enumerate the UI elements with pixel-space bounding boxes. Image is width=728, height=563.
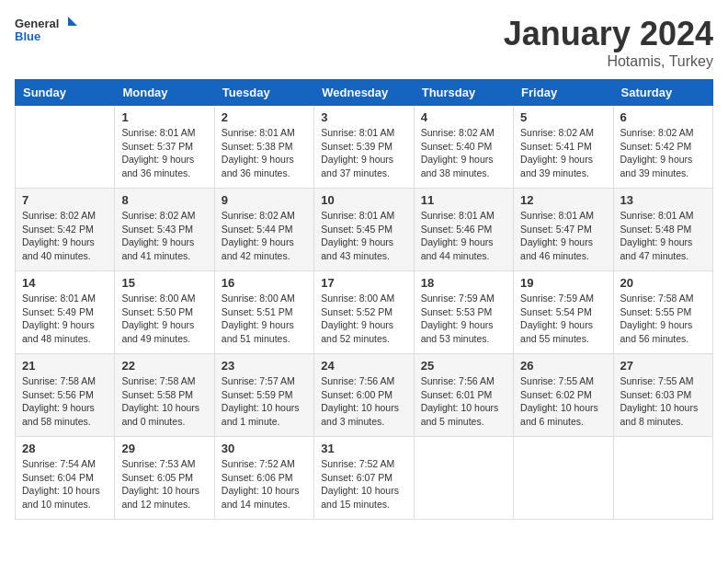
calendar-week-row: 14Sunrise: 8:01 AMSunset: 5:49 PMDayligh… [16, 271, 713, 354]
day-number: 18 [421, 276, 506, 290]
table-row: 21Sunrise: 7:58 AMSunset: 5:56 PMDayligh… [16, 354, 115, 437]
table-row: 7Sunrise: 8:02 AMSunset: 5:42 PMDaylight… [16, 189, 115, 271]
logo: General Blue [15, 15, 79, 47]
header-tuesday: Tuesday [214, 80, 313, 106]
day-info: Sunrise: 7:58 AMSunset: 5:55 PMDaylight:… [620, 292, 706, 346]
svg-marker-2 [68, 17, 77, 26]
title-area: January 2024 Hotamis, Turkey [504, 15, 713, 70]
day-number: 20 [620, 276, 706, 290]
day-number: 4 [421, 110, 506, 124]
day-number: 1 [121, 110, 207, 124]
day-info: Sunrise: 8:01 AMSunset: 5:48 PMDaylight:… [620, 209, 706, 263]
table-row: 31Sunrise: 7:52 AMSunset: 6:07 PMDayligh… [314, 437, 414, 520]
table-row: 27Sunrise: 7:55 AMSunset: 6:03 PMDayligh… [613, 354, 712, 437]
day-info: Sunrise: 7:58 AMSunset: 5:56 PMDaylight:… [22, 374, 108, 429]
svg-text:Blue: Blue [15, 29, 40, 43]
header-sunday: Sunday [16, 80, 115, 106]
day-info: Sunrise: 8:01 AMSunset: 5:47 PMDaylight:… [520, 209, 606, 263]
day-info: Sunrise: 8:01 AMSunset: 5:45 PMDaylight:… [321, 209, 406, 263]
header: General Blue January 2024 Hotamis, Turke… [15, 15, 713, 70]
table-row: 9Sunrise: 8:02 AMSunset: 5:44 PMDaylight… [214, 189, 313, 271]
table-row: 8Sunrise: 8:02 AMSunset: 5:43 PMDaylight… [115, 189, 214, 271]
calendar-week-row: 1Sunrise: 8:01 AMSunset: 5:37 PMDaylight… [16, 106, 713, 189]
day-info: Sunrise: 7:56 AMSunset: 6:00 PMDaylight:… [321, 374, 406, 429]
table-row: 23Sunrise: 7:57 AMSunset: 5:59 PMDayligh… [214, 354, 313, 437]
day-number: 3 [321, 110, 406, 124]
svg-text:General: General [15, 17, 59, 30]
day-info: Sunrise: 8:02 AMSunset: 5:42 PMDaylight:… [620, 126, 706, 180]
main-title: January 2024 [504, 15, 713, 53]
day-number: 6 [620, 110, 706, 124]
day-info: Sunrise: 8:00 AMSunset: 5:51 PMDaylight:… [222, 292, 307, 346]
day-number: 8 [121, 193, 207, 207]
table-row: 22Sunrise: 7:58 AMSunset: 5:58 PMDayligh… [115, 354, 214, 437]
day-number: 9 [222, 193, 307, 207]
day-number: 23 [222, 359, 307, 373]
table-row: 30Sunrise: 7:52 AMSunset: 6:06 PMDayligh… [214, 437, 313, 520]
day-info: Sunrise: 8:02 AMSunset: 5:44 PMDaylight:… [222, 209, 307, 263]
day-number: 29 [121, 442, 207, 455]
day-number: 17 [321, 276, 406, 290]
day-number: 11 [421, 193, 506, 207]
table-row: 4Sunrise: 8:02 AMSunset: 5:40 PMDaylight… [414, 106, 513, 189]
day-number: 21 [22, 359, 108, 373]
day-info: Sunrise: 8:00 AMSunset: 5:52 PMDaylight:… [321, 292, 406, 346]
day-number: 14 [22, 276, 108, 290]
day-info: Sunrise: 7:55 AMSunset: 6:03 PMDaylight:… [620, 374, 706, 429]
day-info: Sunrise: 7:53 AMSunset: 6:05 PMDaylight:… [121, 457, 207, 511]
day-info: Sunrise: 8:01 AMSunset: 5:38 PMDaylight:… [222, 126, 307, 180]
day-info: Sunrise: 8:02 AMSunset: 5:42 PMDaylight:… [22, 209, 108, 263]
table-row: 5Sunrise: 8:02 AMSunset: 5:41 PMDaylight… [514, 106, 613, 189]
day-info: Sunrise: 7:56 AMSunset: 6:01 PMDaylight:… [421, 374, 506, 429]
calendar-week-row: 7Sunrise: 8:02 AMSunset: 5:42 PMDaylight… [16, 189, 713, 271]
table-row: 25Sunrise: 7:56 AMSunset: 6:01 PMDayligh… [414, 354, 513, 437]
table-row: 17Sunrise: 8:00 AMSunset: 5:52 PMDayligh… [314, 271, 414, 354]
table-row: 3Sunrise: 8:01 AMSunset: 5:39 PMDaylight… [314, 106, 414, 189]
day-number: 12 [520, 193, 606, 207]
table-row: 29Sunrise: 7:53 AMSunset: 6:05 PMDayligh… [115, 437, 214, 520]
day-info: Sunrise: 8:01 AMSunset: 5:37 PMDaylight:… [121, 126, 207, 180]
day-info: Sunrise: 7:59 AMSunset: 5:53 PMDaylight:… [421, 292, 506, 346]
logo-svg: General Blue [15, 15, 79, 47]
table-row: 15Sunrise: 8:00 AMSunset: 5:50 PMDayligh… [115, 271, 214, 354]
table-row: 19Sunrise: 7:59 AMSunset: 5:54 PMDayligh… [514, 271, 613, 354]
table-row: 12Sunrise: 8:01 AMSunset: 5:47 PMDayligh… [514, 189, 613, 271]
table-row: 16Sunrise: 8:00 AMSunset: 5:51 PMDayligh… [214, 271, 313, 354]
day-info: Sunrise: 7:52 AMSunset: 6:07 PMDaylight:… [321, 457, 406, 511]
day-number: 30 [222, 442, 307, 455]
calendar-table: Sunday Monday Tuesday Wednesday Thursday… [15, 79, 713, 520]
day-info: Sunrise: 8:01 AMSunset: 5:49 PMDaylight:… [22, 292, 108, 346]
day-number: 5 [520, 110, 606, 124]
table-row: 10Sunrise: 8:01 AMSunset: 5:45 PMDayligh… [314, 189, 414, 271]
day-info: Sunrise: 8:00 AMSunset: 5:50 PMDaylight:… [121, 292, 207, 346]
day-number: 13 [620, 193, 706, 207]
day-number: 26 [520, 359, 606, 373]
calendar-week-row: 21Sunrise: 7:58 AMSunset: 5:56 PMDayligh… [16, 354, 713, 437]
table-row: 2Sunrise: 8:01 AMSunset: 5:38 PMDaylight… [214, 106, 313, 189]
day-number: 16 [222, 276, 307, 290]
table-row: 26Sunrise: 7:55 AMSunset: 6:02 PMDayligh… [514, 354, 613, 437]
day-info: Sunrise: 7:57 AMSunset: 5:59 PMDaylight:… [222, 374, 307, 429]
table-row [514, 437, 613, 520]
table-row: 6Sunrise: 8:02 AMSunset: 5:42 PMDaylight… [613, 106, 712, 189]
table-row: 11Sunrise: 8:01 AMSunset: 5:46 PMDayligh… [414, 189, 513, 271]
day-number: 25 [421, 359, 506, 373]
header-thursday: Thursday [414, 80, 513, 106]
day-info: Sunrise: 7:58 AMSunset: 5:58 PMDaylight:… [121, 374, 207, 429]
day-number: 15 [121, 276, 207, 290]
sub-title: Hotamis, Turkey [504, 53, 713, 70]
table-row: 14Sunrise: 8:01 AMSunset: 5:49 PMDayligh… [16, 271, 115, 354]
day-number: 28 [22, 442, 108, 455]
day-number: 22 [121, 359, 207, 373]
day-info: Sunrise: 8:02 AMSunset: 5:41 PMDaylight:… [520, 126, 606, 180]
calendar-week-row: 28Sunrise: 7:54 AMSunset: 6:04 PMDayligh… [16, 437, 713, 520]
table-row: 24Sunrise: 7:56 AMSunset: 6:00 PMDayligh… [314, 354, 414, 437]
table-row [613, 437, 712, 520]
header-monday: Monday [115, 80, 214, 106]
day-number: 24 [321, 359, 406, 373]
day-info: Sunrise: 8:01 AMSunset: 5:46 PMDaylight:… [421, 209, 506, 263]
header-wednesday: Wednesday [314, 80, 414, 106]
table-row [414, 437, 513, 520]
table-row [16, 106, 115, 189]
table-row: 20Sunrise: 7:58 AMSunset: 5:55 PMDayligh… [613, 271, 712, 354]
